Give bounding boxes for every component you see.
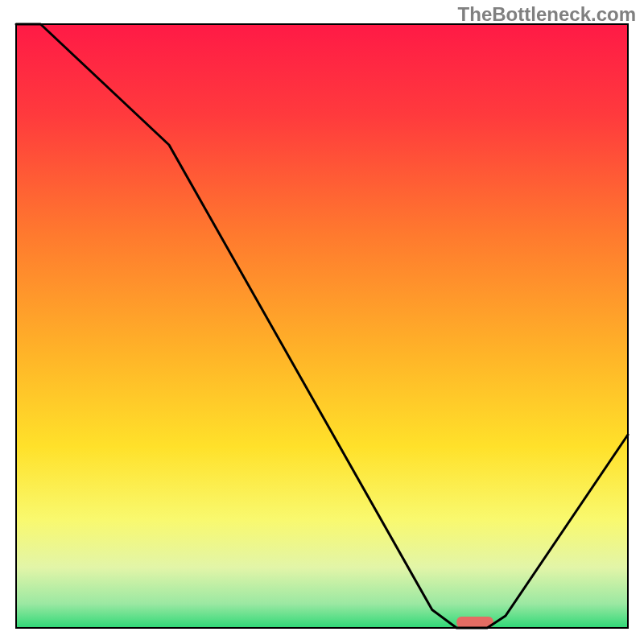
chart-container: TheBottleneck.com: [0, 0, 644, 644]
bottleneck-chart: [0, 0, 644, 644]
plot-background: [16, 24, 628, 628]
watermark-text: TheBottleneck.com: [458, 3, 636, 26]
